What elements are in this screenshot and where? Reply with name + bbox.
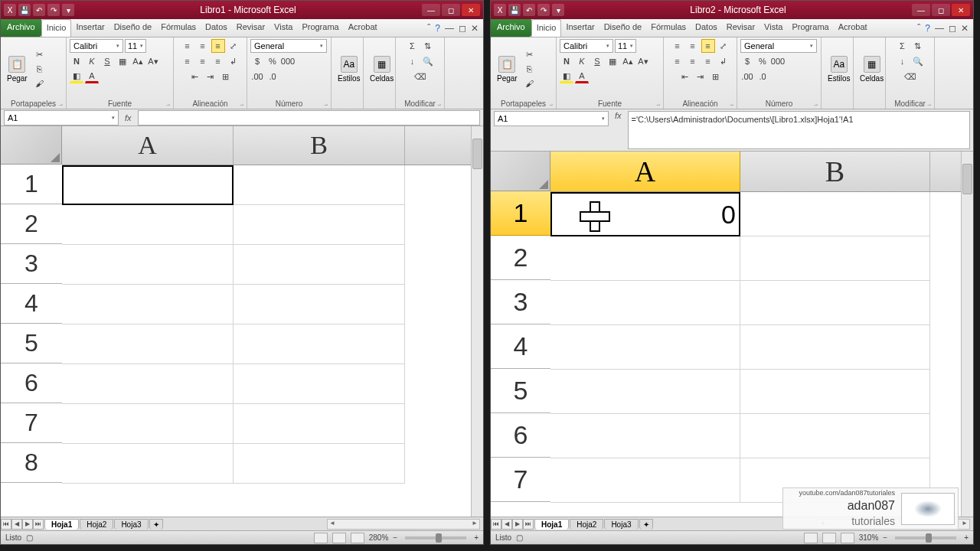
spreadsheet-grid[interactable]: 1 2 3 4 5 6 7 8 A B: [1, 126, 483, 517]
align-left-icon[interactable]: ≡: [181, 54, 194, 68]
row-header[interactable]: 1: [491, 191, 550, 236]
qat-dropdown-icon[interactable]: ▾: [552, 4, 564, 16]
cell[interactable]: [62, 245, 234, 285]
font-size-select[interactable]: 11▾: [125, 39, 146, 53]
row-header[interactable]: 8: [1, 443, 62, 483]
save-icon[interactable]: 💾: [508, 4, 521, 16]
zoom-slider[interactable]: [895, 536, 956, 540]
tab-diseno[interactable]: Diseño de: [599, 19, 647, 37]
find-icon[interactable]: 🔍: [911, 54, 925, 68]
styles-button[interactable]: AaEstilos: [825, 54, 853, 84]
name-box[interactable]: A1▾: [4, 110, 119, 126]
tab-datos[interactable]: Datos: [691, 19, 722, 37]
cell[interactable]: [62, 285, 234, 324]
cell[interactable]: [234, 245, 405, 285]
cell[interactable]: [234, 205, 405, 245]
font-color-button[interactable]: A: [85, 70, 99, 83]
formula-bar[interactable]: ='C:\Users\Administrador\Documents\[Libr…: [628, 111, 970, 149]
tab-archivo[interactable]: Archivo: [1, 19, 41, 37]
clear-icon[interactable]: ⌫: [903, 70, 917, 83]
maximize-button[interactable]: ◻: [932, 4, 950, 16]
redo-icon[interactable]: ↷: [537, 4, 550, 16]
doc-minimize-icon[interactable]: —: [935, 23, 944, 34]
row-header[interactable]: 2: [491, 236, 550, 280]
copy-icon[interactable]: ⎘: [33, 62, 47, 76]
row-header[interactable]: 2: [1, 204, 62, 244]
cells-button[interactable]: ▦Celdas: [857, 54, 887, 84]
increase-decimal-icon[interactable]: .00: [740, 70, 754, 83]
increase-indent-icon[interactable]: ⇥: [694, 70, 707, 83]
border-button[interactable]: ▦: [116, 54, 129, 68]
font-color-button[interactable]: A: [575, 70, 589, 83]
zoom-slider[interactable]: [405, 536, 466, 540]
cell[interactable]: [62, 205, 234, 245]
excel-icon[interactable]: X: [494, 4, 506, 16]
tab-programa[interactable]: Programa: [787, 19, 833, 37]
view-pagebreak-icon[interactable]: [841, 533, 854, 543]
tab-archivo[interactable]: Archivo: [491, 19, 531, 37]
cell[interactable]: [740, 192, 930, 236]
zoom-out-icon[interactable]: −: [883, 533, 887, 542]
cells-button[interactable]: ▦Celdas: [367, 54, 397, 84]
align-top-icon[interactable]: ≡: [671, 39, 684, 53]
sheet-tab-hoja2[interactable]: Hoja2: [80, 519, 113, 530]
doc-restore-icon[interactable]: ◻: [459, 23, 466, 34]
sheet-tab-hoja2[interactable]: Hoja2: [570, 519, 603, 530]
cell[interactable]: [234, 404, 405, 444]
tab-insertar[interactable]: Insertar: [71, 19, 109, 37]
tab-nav-next-icon[interactable]: ▶: [512, 519, 523, 530]
zoom-level[interactable]: 280%: [369, 533, 389, 542]
comma-icon[interactable]: 000: [281, 54, 295, 68]
fx-icon[interactable]: fx: [119, 113, 138, 122]
sheet-tab-hoja3[interactable]: Hoja3: [604, 519, 638, 530]
cell[interactable]: [740, 236, 930, 281]
format-painter-icon[interactable]: 🖌: [33, 77, 47, 90]
align-center-icon[interactable]: ≡: [686, 54, 700, 68]
maximize-button[interactable]: ◻: [442, 4, 460, 16]
decrease-indent-icon[interactable]: ⇤: [188, 70, 202, 83]
doc-close-icon[interactable]: ✕: [471, 23, 479, 34]
tab-vista[interactable]: Vista: [270, 19, 297, 37]
align-bottom-icon[interactable]: ≡: [701, 39, 715, 53]
row-header[interactable]: 5: [491, 369, 550, 413]
cell[interactable]: [62, 364, 234, 404]
row-header[interactable]: 6: [1, 364, 62, 403]
sheet-tab-hoja1[interactable]: Hoja1: [44, 519, 79, 530]
tab-nav-first-icon[interactable]: ⏮: [1, 519, 11, 530]
find-icon[interactable]: 🔍: [421, 54, 435, 68]
underline-button[interactable]: S: [590, 54, 604, 68]
row-header[interactable]: 4: [1, 284, 62, 324]
undo-icon[interactable]: ↶: [33, 4, 45, 16]
grow-font-icon[interactable]: A▴: [621, 54, 635, 68]
redo-icon[interactable]: ↷: [47, 4, 60, 16]
fill-icon[interactable]: ↓: [406, 54, 420, 68]
orientation-icon[interactable]: ⤢: [227, 39, 240, 53]
col-header[interactable]: A: [550, 152, 740, 191]
cut-icon[interactable]: ✂: [33, 47, 47, 61]
cell[interactable]: [740, 370, 930, 414]
tab-nav-last-icon[interactable]: ⏭: [523, 519, 534, 530]
styles-button[interactable]: AaEstilos: [335, 54, 363, 84]
format-painter-icon[interactable]: 🖌: [523, 77, 537, 90]
cell[interactable]: [550, 414, 740, 458]
doc-close-icon[interactable]: ✕: [961, 23, 969, 34]
sort-icon[interactable]: ⇅: [421, 39, 435, 53]
align-center-icon[interactable]: ≡: [196, 54, 210, 68]
select-all-corner[interactable]: [491, 152, 550, 191]
percent-icon[interactable]: %: [266, 54, 279, 68]
save-icon[interactable]: 💾: [18, 4, 31, 16]
row-header[interactable]: 1: [1, 165, 62, 204]
font-name-select[interactable]: Calibri▾: [70, 39, 123, 53]
undo-icon[interactable]: ↶: [523, 4, 535, 16]
italic-button[interactable]: K: [575, 54, 589, 68]
grow-font-icon[interactable]: A▴: [131, 54, 145, 68]
row-header[interactable]: 4: [491, 324, 550, 369]
increase-decimal-icon[interactable]: .00: [250, 70, 264, 83]
vertical-scrollbar[interactable]: [961, 152, 973, 517]
decrease-indent-icon[interactable]: ⇤: [678, 70, 692, 83]
border-button[interactable]: ▦: [606, 54, 619, 68]
close-button[interactable]: ✕: [462, 4, 480, 16]
zoom-in-icon[interactable]: +: [474, 533, 479, 542]
cell[interactable]: [234, 324, 405, 364]
col-header[interactable]: B: [234, 126, 405, 165]
